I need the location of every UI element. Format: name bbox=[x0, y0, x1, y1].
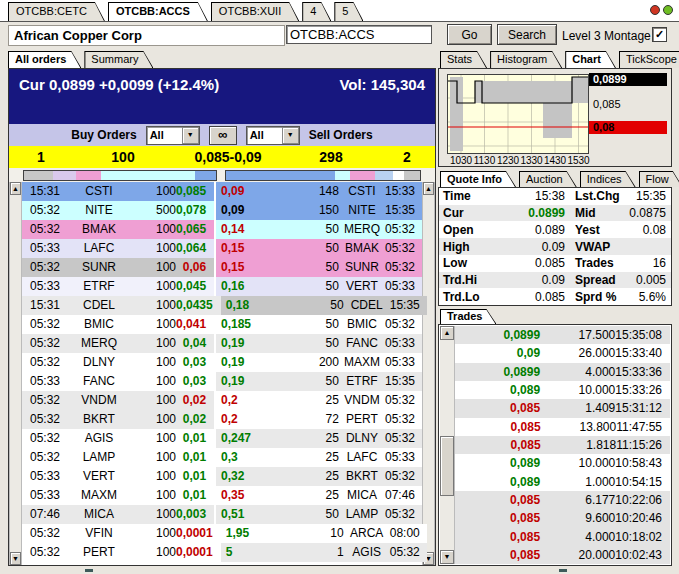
trade-row[interactable]: 0,0851.40915:31:12 bbox=[455, 399, 670, 417]
tab-all-orders[interactable]: All orders bbox=[8, 51, 81, 68]
book-scrollbar-right[interactable]: ▲ ▼ bbox=[422, 182, 435, 565]
trades-scrollbar[interactable]: ▲ ▼ bbox=[440, 326, 455, 564]
trade-row[interactable]: 0,08910.00010:58:43 bbox=[455, 454, 670, 472]
buy-order-row[interactable]: 05:33LAFC1000,064 bbox=[22, 239, 214, 258]
buy-order-row[interactable]: 05:33ETRF1000,045 bbox=[22, 277, 214, 296]
buy-order-row[interactable]: 05:33FANC1000,03 bbox=[22, 372, 214, 391]
order-size: 50 bbox=[279, 277, 339, 296]
book-scrollbar-left[interactable]: ▲ ▼ bbox=[9, 182, 22, 565]
buy-order-row[interactable]: 05:32BMAK1000,065 bbox=[22, 220, 214, 239]
buy-order-row[interactable]: 05:32LAMP1000,01 bbox=[22, 448, 214, 467]
sell-order-row[interactable]: 0,3525MICA07:46 bbox=[216, 486, 422, 505]
trade-price: 0,085 bbox=[455, 401, 540, 415]
scroll-down-icon[interactable]: ▼ bbox=[440, 550, 454, 564]
sell-order-row[interactable]: 0,19200MAXM05:33 bbox=[216, 353, 422, 372]
sell-order-row[interactable]: 0,09148CSTI15:33 bbox=[216, 182, 422, 201]
trade-row[interactable]: 0,0926.00015:33:40 bbox=[455, 344, 670, 362]
trade-row[interactable]: 0,08910.00015:33:26 bbox=[455, 381, 670, 399]
bid-price: 0,03 bbox=[176, 353, 214, 372]
buy-order-row[interactable]: 05:32NITE5000,078 bbox=[22, 201, 214, 220]
tab-quote-info[interactable]: Quote Info bbox=[440, 171, 516, 187]
sell-order-row[interactable]: 0,18550BMIC05:32 bbox=[216, 315, 422, 334]
sell-filter-dropdown[interactable]: All ▼ bbox=[246, 126, 300, 145]
trade-row[interactable]: 0,0856.17710:22:06 bbox=[455, 491, 670, 509]
trade-row[interactable]: 0,0854.00010:18:02 bbox=[455, 527, 670, 545]
scroll-down-icon[interactable]: ▼ bbox=[10, 552, 21, 565]
workspace-tab-5[interactable]: 5 bbox=[334, 2, 363, 21]
sell-order-row[interactable]: 0,1650VERT05:33 bbox=[216, 277, 422, 296]
chevron-down-icon[interactable]: ▼ bbox=[182, 127, 199, 144]
tab-stats[interactable]: Stats bbox=[440, 51, 487, 68]
buy-order-row[interactable]: 05:33VERT1000,01 bbox=[22, 467, 214, 486]
depth-bars-row bbox=[9, 168, 435, 182]
sell-order-row[interactable]: 0,1450MERQ05:32 bbox=[216, 220, 422, 239]
sell-order-row[interactable]: 0,3225BKRT05:32 bbox=[216, 467, 422, 486]
buy-order-row[interactable]: 05:32VFIN1000,0001 bbox=[22, 524, 221, 543]
sell-order-row[interactable]: 0,24725DLNY05:32 bbox=[216, 429, 422, 448]
quote-value: 0.09 bbox=[499, 240, 565, 254]
sell-order-row[interactable]: 0,1950FANC05:33 bbox=[216, 334, 422, 353]
scroll-up-icon[interactable]: ▲ bbox=[440, 326, 454, 340]
market-maker-id: FANC bbox=[339, 334, 385, 353]
chevron-down-icon[interactable]: ▼ bbox=[282, 127, 299, 144]
buy-order-row[interactable]: 05:32VNDM1000,02 bbox=[22, 391, 214, 410]
buy-order-row[interactable]: 05:32BKRT1000,02 bbox=[22, 410, 214, 429]
tab-auction[interactable]: Auction bbox=[519, 171, 577, 187]
tab-tickscope[interactable]: TickScope bbox=[619, 51, 679, 68]
buy-order-row[interactable]: 07:46MICA1000,003 bbox=[22, 505, 214, 524]
chart-x-tick-label: 1130 bbox=[472, 155, 498, 166]
bid-ask-depth-area bbox=[572, 77, 589, 103]
workspace-tab-cetc[interactable]: OTCBB:CETC bbox=[8, 2, 105, 21]
workspace-tab-xuii[interactable]: OTCBB:XUII bbox=[211, 2, 299, 21]
sell-order-row[interactable]: 0,1550BMAK05:32 bbox=[216, 239, 422, 258]
trade-row[interactable]: 0,08994.00015:33:36 bbox=[455, 363, 670, 381]
tab-histogram[interactable]: Histogram bbox=[490, 51, 562, 68]
buy-order-row[interactable]: 05:32MERQ1000,04 bbox=[22, 334, 214, 353]
buy-order-row[interactable]: 05:32DLNY1000,03 bbox=[22, 353, 214, 372]
tab-summary[interactable]: Summary bbox=[84, 51, 153, 68]
market-maker-id: CSTI bbox=[339, 182, 385, 201]
sell-order-row[interactable]: 0,5150LAMP05:32 bbox=[216, 505, 422, 524]
tab-chart[interactable]: Chart bbox=[565, 51, 616, 68]
go-button[interactable]: Go bbox=[447, 24, 492, 45]
search-button[interactable]: Search bbox=[497, 24, 557, 45]
trade-row[interactable]: 0,08513.80011:47:55 bbox=[455, 418, 670, 436]
trade-row[interactable]: 0,0891.00010:54:15 bbox=[455, 473, 670, 491]
buy-filter-dropdown[interactable]: All ▼ bbox=[146, 126, 200, 145]
sell-order-row[interactable]: 0,1550SUNR05:32 bbox=[216, 258, 422, 277]
buy-order-row[interactable]: 05:32SUNR1000,06 bbox=[22, 258, 214, 277]
sell-order-row[interactable]: 0,1850CDEL15:35 bbox=[221, 296, 427, 315]
buy-order-row[interactable]: 15:31CDEL1000,0435 bbox=[22, 296, 221, 315]
sell-order-row[interactable]: 0,325LAFC05:33 bbox=[216, 448, 422, 467]
symbol-input[interactable] bbox=[286, 25, 432, 44]
order-time: 05:33 bbox=[22, 372, 72, 391]
buy-order-row[interactable]: 05:32AGIS1000,01 bbox=[22, 429, 214, 448]
sell-order-row[interactable]: 0,09150NITE15:35 bbox=[216, 201, 422, 220]
sell-order-row[interactable]: 0,225VNDM05:32 bbox=[216, 391, 422, 410]
trade-row[interactable]: 0,089917.50015:35:08 bbox=[455, 326, 670, 344]
workspace-tab-accs[interactable]: OTCBB:ACCS bbox=[108, 2, 208, 21]
sell-order-row[interactable]: 0,1950ETRF15:35 bbox=[216, 372, 422, 391]
buy-order-row[interactable]: 05:33MAXM1000,01 bbox=[22, 486, 214, 505]
trade-row[interactable]: 0,0851.81811:15:26 bbox=[455, 436, 670, 454]
tab-flow[interactable]: Flow bbox=[639, 171, 679, 187]
workspace-tab-4[interactable]: 4 bbox=[302, 2, 331, 21]
buy-order-row[interactable]: 05:32BMIC1000,041 bbox=[22, 315, 214, 334]
chart-x-tick-label: 1330 bbox=[519, 155, 545, 166]
ask-price: 0,19 bbox=[216, 334, 279, 353]
trade-row[interactable]: 0,08520.00010:02:43 bbox=[455, 546, 670, 564]
quote-info-row: Low0.085Trades16 bbox=[439, 255, 671, 272]
sell-order-row[interactable]: 0,272PERT05:32 bbox=[216, 410, 422, 429]
buy-order-row[interactable]: 05:32PERT1000,0001 bbox=[22, 543, 221, 562]
trade-row[interactable]: 0,0859.60010:20:46 bbox=[455, 509, 670, 527]
scrollbar-thumb[interactable] bbox=[440, 436, 454, 496]
sell-order-row[interactable]: 51AGIS05:32 bbox=[221, 543, 427, 562]
sell-order-row[interactable]: 1,9510ARCA08:00 bbox=[221, 524, 427, 543]
tab-trades[interactable]: Trades bbox=[440, 309, 496, 324]
scroll-up-icon[interactable]: ▲ bbox=[10, 182, 21, 195]
scroll-up-icon[interactable]: ▲ bbox=[423, 182, 434, 195]
tab-indices[interactable]: Indices bbox=[580, 171, 636, 187]
buy-order-row[interactable]: 15:31CSTI1000,085 bbox=[22, 182, 214, 201]
link-sides-button[interactable]: ∞ bbox=[209, 126, 237, 145]
level3-montage-checkbox[interactable]: ✓ bbox=[652, 27, 667, 42]
